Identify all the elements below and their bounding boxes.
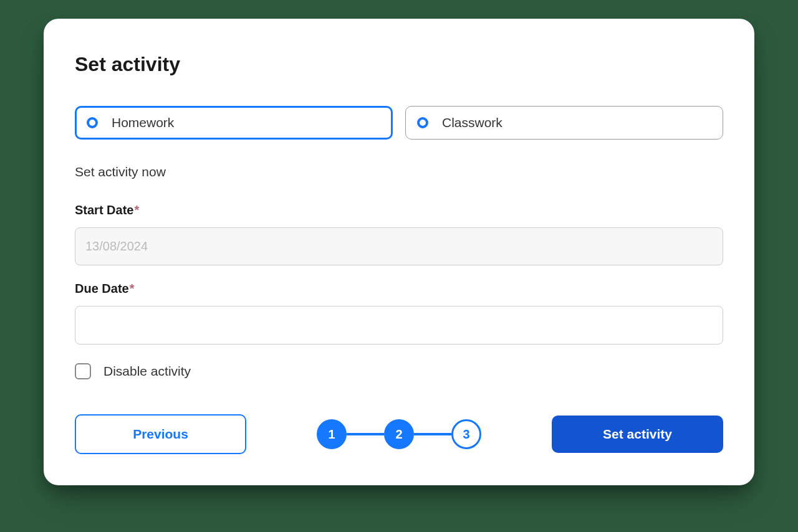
due-date-input[interactable] xyxy=(75,306,723,344)
radio-icon xyxy=(417,117,428,128)
disable-activity-row: Disable activity xyxy=(75,363,723,379)
radio-classwork[interactable]: Classwork xyxy=(405,106,723,140)
radio-homework-label: Homework xyxy=(112,115,174,130)
radio-homework[interactable]: Homework xyxy=(75,106,393,140)
start-date-label: Start Date* xyxy=(75,203,723,217)
radio-icon xyxy=(87,117,98,128)
step-2[interactable]: 2 xyxy=(384,419,414,449)
set-activity-button[interactable]: Set activity xyxy=(552,416,723,453)
radio-classwork-label: Classwork xyxy=(442,115,502,130)
activity-type-group: Homework Classwork xyxy=(75,106,723,140)
step-3[interactable]: 3 xyxy=(451,419,481,449)
footer: Previous 1 2 3 Set activity xyxy=(75,414,723,454)
step-1[interactable]: 1 xyxy=(317,419,347,449)
previous-button[interactable]: Previous xyxy=(75,414,246,454)
activity-card: Set activity Homework Classwork Set acti… xyxy=(44,19,754,485)
disable-activity-checkbox[interactable] xyxy=(75,363,91,379)
stepper: 1 2 3 xyxy=(317,419,481,449)
disable-activity-label: Disable activity xyxy=(103,364,191,379)
start-date-input[interactable] xyxy=(75,227,723,265)
page-title: Set activity xyxy=(75,53,723,76)
step-connector xyxy=(347,433,384,435)
step-connector xyxy=(414,433,451,435)
set-activity-subtitle: Set activity now xyxy=(75,164,723,179)
due-date-label: Due Date* xyxy=(75,282,723,296)
